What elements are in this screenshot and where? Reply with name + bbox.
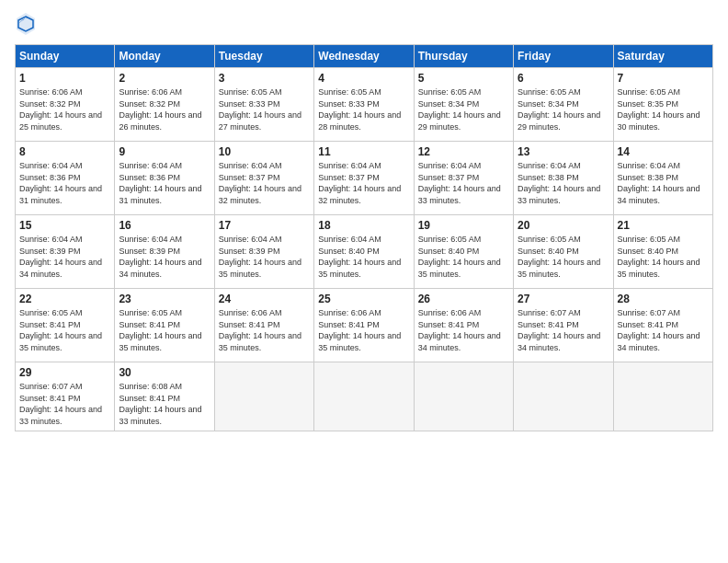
calendar-cell: 24Sunrise: 6:06 AMSunset: 8:41 PMDayligh… (214, 289, 313, 362)
calendar-cell (613, 362, 712, 431)
day-number: 29 (19, 366, 110, 379)
day-number: 26 (418, 293, 509, 305)
calendar-cell: 12Sunrise: 6:04 AMSunset: 8:37 PMDayligh… (414, 142, 513, 215)
day-info: Sunrise: 6:05 AMSunset: 8:41 PMDaylight:… (119, 307, 210, 353)
calendar-cell: 27Sunrise: 6:07 AMSunset: 8:41 PMDayligh… (514, 289, 613, 362)
calendar-cell: 1Sunrise: 6:06 AMSunset: 8:32 PMDaylight… (16, 68, 115, 142)
calendar-cell: 22Sunrise: 6:05 AMSunset: 8:41 PMDayligh… (16, 289, 115, 362)
calendar-row-2: 15Sunrise: 6:04 AMSunset: 8:39 PMDayligh… (16, 215, 713, 289)
day-number: 17 (219, 219, 310, 232)
day-info: Sunrise: 6:04 AMSunset: 8:39 PMDaylight:… (119, 234, 210, 280)
day-info: Sunrise: 6:06 AMSunset: 8:41 PMDaylight:… (219, 307, 310, 353)
day-number: 10 (219, 145, 310, 158)
day-number: 24 (219, 293, 310, 305)
day-info: Sunrise: 6:04 AMSunset: 8:37 PMDaylight:… (418, 160, 509, 206)
day-number: 15 (19, 219, 110, 232)
day-info: Sunrise: 6:07 AMSunset: 8:41 PMDaylight:… (19, 381, 110, 427)
calendar-cell: 3Sunrise: 6:05 AMSunset: 8:33 PMDaylight… (214, 68, 313, 142)
day-number: 25 (318, 293, 409, 305)
day-info: Sunrise: 6:08 AMSunset: 8:41 PMDaylight:… (119, 381, 210, 427)
col-header-saturday: Saturday (613, 45, 712, 68)
calendar-cell: 9Sunrise: 6:04 AMSunset: 8:36 PMDaylight… (115, 142, 214, 215)
day-info: Sunrise: 6:05 AMSunset: 8:40 PMDaylight:… (518, 234, 609, 280)
day-number: 14 (618, 145, 709, 158)
day-number: 3 (219, 72, 310, 85)
day-info: Sunrise: 6:05 AMSunset: 8:33 PMDaylight:… (318, 86, 409, 132)
day-number: 8 (19, 145, 110, 158)
day-number: 12 (418, 145, 509, 158)
col-header-thursday: Thursday (414, 45, 513, 68)
calendar-cell: 29Sunrise: 6:07 AMSunset: 8:41 PMDayligh… (16, 362, 115, 431)
day-number: 30 (119, 366, 210, 379)
day-number: 4 (318, 72, 409, 85)
day-info: Sunrise: 6:06 AMSunset: 8:32 PMDaylight:… (19, 86, 110, 132)
day-number: 27 (518, 293, 609, 305)
calendar-cell (414, 362, 513, 431)
day-number: 16 (119, 219, 210, 232)
day-number: 18 (318, 219, 409, 232)
col-header-wednesday: Wednesday (314, 45, 414, 68)
calendar-cell: 11Sunrise: 6:04 AMSunset: 8:37 PMDayligh… (314, 142, 414, 215)
logo (15, 11, 40, 37)
day-info: Sunrise: 6:06 AMSunset: 8:41 PMDaylight:… (318, 307, 409, 353)
calendar-cell: 15Sunrise: 6:04 AMSunset: 8:39 PMDayligh… (16, 215, 115, 289)
day-number: 1 (19, 72, 110, 85)
col-header-friday: Friday (514, 45, 613, 68)
col-header-sunday: Sunday (16, 45, 115, 68)
calendar-header-row: SundayMondayTuesdayWednesdayThursdayFrid… (16, 45, 713, 68)
day-info: Sunrise: 6:05 AMSunset: 8:34 PMDaylight:… (518, 86, 609, 132)
col-header-monday: Monday (115, 45, 214, 68)
day-number: 5 (418, 72, 509, 85)
day-number: 28 (618, 293, 709, 305)
calendar-cell (314, 362, 414, 431)
calendar-cell: 8Sunrise: 6:04 AMSunset: 8:36 PMDaylight… (16, 142, 115, 215)
day-info: Sunrise: 6:06 AMSunset: 8:32 PMDaylight:… (119, 86, 210, 132)
logo-icon (15, 11, 37, 37)
day-info: Sunrise: 6:04 AMSunset: 8:38 PMDaylight:… (518, 160, 609, 206)
day-number: 23 (119, 293, 210, 305)
calendar-cell: 17Sunrise: 6:04 AMSunset: 8:39 PMDayligh… (214, 215, 313, 289)
calendar-cell: 23Sunrise: 6:05 AMSunset: 8:41 PMDayligh… (115, 289, 214, 362)
calendar-cell: 30Sunrise: 6:08 AMSunset: 8:41 PMDayligh… (115, 362, 214, 431)
calendar-cell: 2Sunrise: 6:06 AMSunset: 8:32 PMDaylight… (115, 68, 214, 142)
day-info: Sunrise: 6:05 AMSunset: 8:34 PMDaylight:… (418, 86, 509, 132)
day-info: Sunrise: 6:07 AMSunset: 8:41 PMDaylight:… (618, 307, 709, 353)
calendar-cell: 28Sunrise: 6:07 AMSunset: 8:41 PMDayligh… (613, 289, 712, 362)
day-info: Sunrise: 6:04 AMSunset: 8:40 PMDaylight:… (318, 234, 409, 280)
page: SundayMondayTuesdayWednesdayThursdayFrid… (0, 0, 728, 563)
col-header-tuesday: Tuesday (214, 45, 313, 68)
day-number: 6 (518, 72, 609, 85)
day-info: Sunrise: 6:05 AMSunset: 8:40 PMDaylight:… (418, 234, 509, 280)
calendar-cell: 10Sunrise: 6:04 AMSunset: 8:37 PMDayligh… (214, 142, 313, 215)
day-info: Sunrise: 6:04 AMSunset: 8:36 PMDaylight:… (119, 160, 210, 206)
day-info: Sunrise: 6:06 AMSunset: 8:41 PMDaylight:… (418, 307, 509, 353)
day-number: 9 (119, 145, 210, 158)
day-info: Sunrise: 6:04 AMSunset: 8:37 PMDaylight:… (219, 160, 310, 206)
calendar-cell: 26Sunrise: 6:06 AMSunset: 8:41 PMDayligh… (414, 289, 513, 362)
day-info: Sunrise: 6:04 AMSunset: 8:37 PMDaylight:… (318, 160, 409, 206)
day-info: Sunrise: 6:05 AMSunset: 8:40 PMDaylight:… (618, 234, 709, 280)
day-number: 13 (518, 145, 609, 158)
calendar-cell: 16Sunrise: 6:04 AMSunset: 8:39 PMDayligh… (115, 215, 214, 289)
calendar-cell: 19Sunrise: 6:05 AMSunset: 8:40 PMDayligh… (414, 215, 513, 289)
day-number: 2 (119, 72, 210, 85)
calendar-cell: 6Sunrise: 6:05 AMSunset: 8:34 PMDaylight… (514, 68, 613, 142)
calendar-row-4: 29Sunrise: 6:07 AMSunset: 8:41 PMDayligh… (16, 362, 713, 431)
day-info: Sunrise: 6:04 AMSunset: 8:39 PMDaylight:… (19, 234, 110, 280)
calendar: SundayMondayTuesdayWednesdayThursdayFrid… (15, 44, 713, 431)
calendar-row-1: 8Sunrise: 6:04 AMSunset: 8:36 PMDaylight… (16, 142, 713, 215)
calendar-cell: 25Sunrise: 6:06 AMSunset: 8:41 PMDayligh… (314, 289, 414, 362)
calendar-cell (514, 362, 613, 431)
day-number: 20 (518, 219, 609, 232)
calendar-cell: 21Sunrise: 6:05 AMSunset: 8:40 PMDayligh… (613, 215, 712, 289)
day-info: Sunrise: 6:05 AMSunset: 8:41 PMDaylight:… (19, 307, 110, 353)
calendar-cell: 5Sunrise: 6:05 AMSunset: 8:34 PMDaylight… (414, 68, 513, 142)
calendar-row-0: 1Sunrise: 6:06 AMSunset: 8:32 PMDaylight… (16, 68, 713, 142)
day-info: Sunrise: 6:04 AMSunset: 8:39 PMDaylight:… (219, 234, 310, 280)
calendar-cell: 14Sunrise: 6:04 AMSunset: 8:38 PMDayligh… (613, 142, 712, 215)
calendar-cell: 7Sunrise: 6:05 AMSunset: 8:35 PMDaylight… (613, 68, 712, 142)
day-info: Sunrise: 6:05 AMSunset: 8:33 PMDaylight:… (219, 86, 310, 132)
calendar-cell: 4Sunrise: 6:05 AMSunset: 8:33 PMDaylight… (314, 68, 414, 142)
calendar-cell: 13Sunrise: 6:04 AMSunset: 8:38 PMDayligh… (514, 142, 613, 215)
calendar-cell: 18Sunrise: 6:04 AMSunset: 8:40 PMDayligh… (314, 215, 414, 289)
